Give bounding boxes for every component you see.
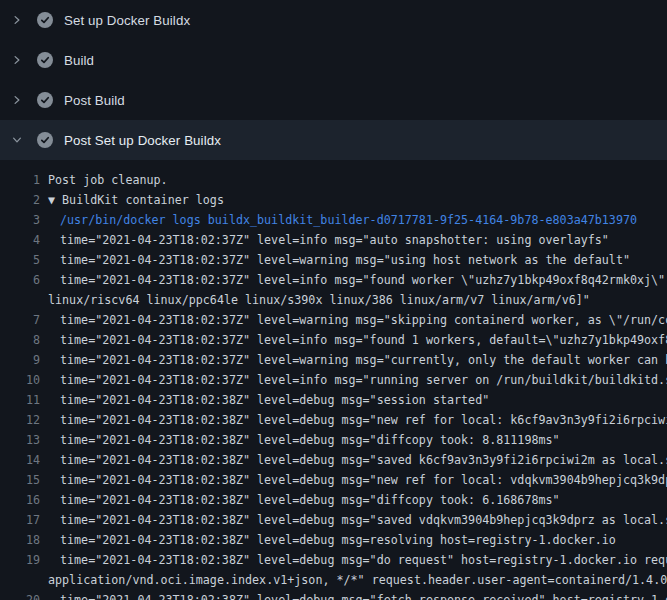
log-text: BuildKit container logs (62, 190, 224, 210)
log-row: 8 time="2021-04-23T18:02:37Z" level=info… (0, 330, 667, 350)
log-row: 11 time="2021-04-23T18:02:38Z" level=deb… (0, 390, 667, 410)
log-indent (40, 230, 60, 250)
log-indent (40, 370, 60, 390)
line-number[interactable]: 17 (0, 510, 40, 530)
step-label: Post Build (64, 93, 125, 108)
log-indent (40, 450, 60, 470)
log-indent (40, 490, 60, 510)
step-row[interactable]: Post Set up Docker Buildx (0, 120, 667, 160)
log-row: 16 time="2021-04-23T18:02:38Z" level=deb… (0, 490, 667, 510)
log-row: 18 time="2021-04-23T18:02:38Z" level=deb… (0, 530, 667, 550)
log-text: time="2021-04-23T18:02:38Z" level=debug … (60, 450, 667, 470)
log-indent (40, 550, 60, 570)
log-row: 10 time="2021-04-23T18:02:37Z" level=inf… (0, 370, 667, 390)
chevron-down-icon (10, 133, 24, 147)
log-row: 12 time="2021-04-23T18:02:38Z" level=deb… (0, 410, 667, 430)
log-text: application/vnd.oci.image.index.v1+json,… (48, 570, 667, 590)
log-row: 17 time="2021-04-23T18:02:38Z" level=deb… (0, 510, 667, 530)
steps-list: Set up Docker Buildx Build P (0, 0, 667, 160)
line-number[interactable]: 9 (0, 350, 40, 370)
log-row: 7 time="2021-04-23T18:02:37Z" level=warn… (0, 310, 667, 330)
log-row: 15 time="2021-04-23T18:02:38Z" level=deb… (0, 470, 667, 490)
log-row: 13 time="2021-04-23T18:02:38Z" level=deb… (0, 430, 667, 450)
log-indent (40, 390, 60, 410)
log-indent (40, 350, 60, 370)
line-number[interactable]: 3 (0, 210, 40, 230)
log-text: /usr/bin/docker logs buildx_buildkit_bui… (60, 210, 637, 230)
log-text: time="2021-04-23T18:02:37Z" level=warnin… (60, 350, 667, 370)
log-text: time="2021-04-23T18:02:37Z" level=info m… (60, 230, 609, 250)
log-indent (40, 270, 60, 290)
log-indent (40, 170, 48, 190)
line-number[interactable]: 2 (0, 190, 40, 210)
log-text: time="2021-04-23T18:02:38Z" level=debug … (60, 510, 667, 530)
log-indent (40, 310, 60, 330)
line-number[interactable]: 7 (0, 310, 40, 330)
log-text: time="2021-04-23T18:02:38Z" level=debug … (60, 410, 667, 430)
check-circle-icon (37, 92, 53, 108)
log-row: 4 time="2021-04-23T18:02:37Z" level=info… (0, 230, 667, 250)
log-row: 20 time="2021-04-23T18:02:38Z" level=deb… (0, 590, 667, 600)
step-label: Build (64, 53, 94, 68)
step-row[interactable]: Set up Docker Buildx (0, 0, 667, 40)
log-text: time="2021-04-23T18:02:38Z" level=debug … (60, 430, 560, 450)
chevron-right-icon (10, 53, 24, 67)
line-number[interactable]: 20 (0, 590, 40, 600)
line-number[interactable]: 19 (0, 550, 40, 570)
log-row: 5 time="2021-04-23T18:02:37Z" level=warn… (0, 250, 667, 270)
line-number[interactable]: 13 (0, 430, 40, 450)
line-number[interactable]: 16 (0, 490, 40, 510)
log-indent (40, 410, 60, 430)
log-indent (40, 430, 60, 450)
log-text: time="2021-04-23T18:02:38Z" level=debug … (60, 390, 489, 410)
line-number (0, 570, 40, 590)
line-number[interactable]: 12 (0, 410, 40, 430)
step-row[interactable]: Build (0, 40, 667, 80)
log-indent (40, 570, 48, 590)
log-indent (40, 250, 60, 270)
log-row: 3 /usr/bin/docker logs buildx_buildkit_b… (0, 210, 667, 230)
log-row: application/vnd.oci.image.index.v1+json,… (0, 570, 667, 590)
log-text: time="2021-04-23T18:02:38Z" level=debug … (60, 470, 667, 490)
log-indent (40, 470, 60, 490)
log-indent (40, 290, 48, 310)
chevron-right-icon (10, 13, 24, 27)
group-expand-marker[interactable]: ▼ (48, 190, 62, 210)
log-text: linux/riscv64 linux/ppc64le linux/s390x … (48, 290, 590, 310)
line-number[interactable]: 14 (0, 450, 40, 470)
log-row: 2 ▼ BuildKit container logs (0, 190, 667, 210)
log-text: time="2021-04-23T18:02:38Z" level=debug … (60, 550, 667, 570)
log-text: time="2021-04-23T18:02:37Z" level=warnin… (60, 310, 667, 330)
step-row[interactable]: Post Build (0, 80, 667, 120)
log-row: 6 time="2021-04-23T18:02:37Z" level=info… (0, 270, 667, 290)
line-number[interactable]: 11 (0, 390, 40, 410)
log-row: 14 time="2021-04-23T18:02:38Z" level=deb… (0, 450, 667, 470)
check-circle-icon (37, 132, 53, 148)
step-label: Set up Docker Buildx (64, 13, 190, 28)
log-row: 9 time="2021-04-23T18:02:37Z" level=warn… (0, 350, 667, 370)
line-number[interactable]: 10 (0, 370, 40, 390)
log-indent (40, 530, 60, 550)
log-row: 19 time="2021-04-23T18:02:38Z" level=deb… (0, 550, 667, 570)
log-text: time="2021-04-23T18:02:37Z" level=info m… (60, 330, 667, 350)
line-number[interactable]: 4 (0, 230, 40, 250)
log-text: time="2021-04-23T18:02:37Z" level=info m… (60, 370, 667, 390)
log-area: 1 Post job cleanup. 2 ▼ BuildKit contain… (0, 160, 667, 600)
step-label: Post Set up Docker Buildx (64, 133, 221, 148)
chevron-right-icon (10, 93, 24, 107)
log-text: time="2021-04-23T18:02:37Z" level=warnin… (60, 250, 630, 270)
log-indent (40, 510, 60, 530)
log-text: time="2021-04-23T18:02:38Z" level=debug … (60, 530, 616, 550)
line-number[interactable]: 8 (0, 330, 40, 350)
line-number[interactable]: 15 (0, 470, 40, 490)
log-text: time="2021-04-23T18:02:38Z" level=debug … (60, 490, 560, 510)
line-number[interactable]: 18 (0, 530, 40, 550)
line-number[interactable]: 5 (0, 250, 40, 270)
line-number[interactable]: 1 (0, 170, 40, 190)
log-indent (40, 210, 60, 230)
log-indent (40, 190, 48, 210)
log-row: linux/riscv64 linux/ppc64le linux/s390x … (0, 290, 667, 310)
line-number (0, 290, 40, 310)
check-circle-icon (37, 52, 53, 68)
line-number[interactable]: 6 (0, 270, 40, 290)
